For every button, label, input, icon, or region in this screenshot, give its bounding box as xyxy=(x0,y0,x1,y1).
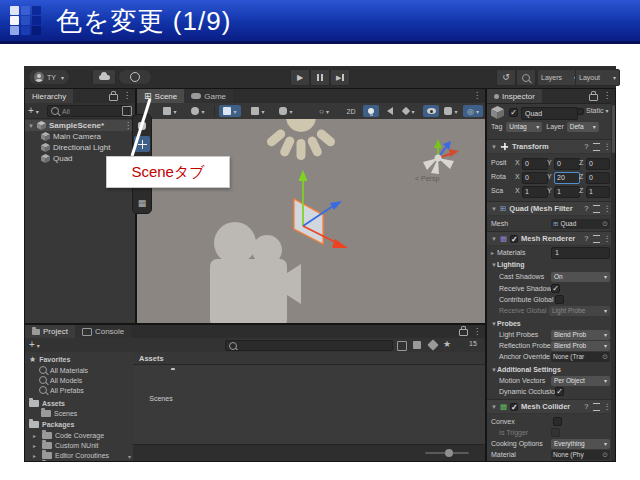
component-menu-icon[interactable]: ⋮ xyxy=(604,204,612,213)
audio-toggle[interactable] xyxy=(383,105,397,117)
create-asset-button[interactable]: + xyxy=(29,339,40,350)
favorites-star-icon[interactable]: ★ xyxy=(443,339,451,349)
services-button[interactable] xyxy=(118,69,152,85)
project-search-input[interactable] xyxy=(225,340,393,351)
tree-item-packages[interactable]: Packages xyxy=(25,419,133,429)
receive-gi-dropdown[interactable]: Light Probe xyxy=(549,306,610,316)
layout-dropdown[interactable]: Layout xyxy=(575,69,620,86)
foldout-icon[interactable]: ▼ xyxy=(491,404,497,410)
static-dropdown[interactable]: Static xyxy=(586,107,609,114)
tab-console[interactable]: Console xyxy=(75,325,131,338)
mesh-collider-header[interactable]: ▼ ▦ ✓ Mesh Collider ?⋮ xyxy=(487,399,615,414)
render-doc-dropdown[interactable]: ○ xyxy=(313,105,335,117)
tab-inspector[interactable]: Inspector xyxy=(487,89,542,103)
static-checkbox[interactable] xyxy=(577,108,584,115)
object-picker-icon[interactable]: ⊙ xyxy=(602,220,608,228)
tree-item-favorites[interactable]: ★ Favorites xyxy=(25,354,133,364)
object-picker-icon[interactable]: ⊙ xyxy=(602,462,608,463)
breadcrumb[interactable]: Assets xyxy=(133,352,485,365)
lock-icon[interactable] xyxy=(589,94,598,101)
help-icon[interactable]: ? xyxy=(584,402,588,411)
object-picker-icon[interactable]: ⊙ xyxy=(602,451,608,459)
receive-shadows-checkbox[interactable]: ✓ xyxy=(551,284,560,293)
camera-settings-dropdown[interactable] xyxy=(441,105,461,117)
scale-z-field[interactable]: 1 xyxy=(586,186,610,198)
effects-dropdown[interactable] xyxy=(399,105,419,117)
reflection-probes-dropdown[interactable]: Blend Prob xyxy=(551,341,610,351)
component-menu-icon[interactable]: ⋮ xyxy=(604,142,612,151)
foldout-icon[interactable]: ▼ xyxy=(491,236,497,242)
cloud-button[interactable] xyxy=(92,69,116,85)
search-button[interactable] xyxy=(516,69,536,86)
foldout-icon[interactable]: ▸ xyxy=(33,432,39,439)
preset-icon[interactable] xyxy=(593,143,600,151)
dynamic-occlusion-checkbox[interactable]: ✓ xyxy=(555,387,564,396)
overlay-dropdown[interactable] xyxy=(247,105,269,117)
help-icon[interactable]: ? xyxy=(584,234,588,243)
step-button[interactable]: ▶ xyxy=(330,69,350,86)
foldout-icon[interactable]: ▸ xyxy=(33,442,39,449)
panel-menu-icon[interactable]: ⋮ xyxy=(473,328,481,336)
scene-visibility-toggle[interactable] xyxy=(423,105,439,117)
rot-z-field[interactable]: 0 xyxy=(586,172,610,184)
tree-scroll-down-icon[interactable]: ▾ xyxy=(128,453,131,460)
preset-icon[interactable] xyxy=(593,205,600,213)
scale-y-field[interactable]: 1 xyxy=(554,186,580,198)
help-icon[interactable]: ? xyxy=(584,204,588,213)
panel-menu-icon[interactable]: ⋮ xyxy=(123,92,131,100)
help-icon[interactable]: ? xyxy=(584,142,588,151)
zoom-slider-knob[interactable] xyxy=(445,449,453,457)
motion-vectors-dropdown[interactable]: Per Object xyxy=(551,376,610,386)
hierarchy-search-input[interactable]: All xyxy=(47,105,129,117)
move-tool-button[interactable] xyxy=(134,136,150,152)
foldout-icon[interactable]: ▼ xyxy=(28,123,34,129)
mesh-renderer-header[interactable]: ▼ ▦ ✓ Mesh Renderer ?⋮ xyxy=(487,231,615,246)
history-button[interactable]: ↺ xyxy=(496,69,516,86)
tree-item-scenes[interactable]: Scenes xyxy=(25,408,133,418)
materials-count-field[interactable]: 1 xyxy=(551,247,610,259)
account-dropdown[interactable]: TY xyxy=(28,69,70,85)
scrollbar-thumb[interactable] xyxy=(612,105,615,153)
inspector-scrollbar[interactable] xyxy=(611,103,615,461)
gizmos-dropdown[interactable]: ◎ xyxy=(463,105,483,117)
component-enabled-checkbox[interactable]: ✓ xyxy=(510,235,518,243)
transform-header[interactable]: ▼ Transform ?⋮ xyxy=(487,139,615,154)
tab-scene[interactable]: ⊞ Scene xyxy=(137,89,184,103)
tab-project[interactable]: Project xyxy=(25,325,75,338)
lighting-toggle[interactable] xyxy=(363,105,379,117)
foldout-icon[interactable]: ▸ xyxy=(33,452,39,459)
component-enabled-checkbox[interactable]: ✓ xyxy=(510,403,518,411)
tree-item-editor-coroutines[interactable]: ▸ Editor Coroutines xyxy=(25,450,133,460)
tree-item-custom-nunit[interactable]: ▸ Custom NUnit xyxy=(25,440,133,450)
tree-item-jetbrains-rider[interactable]: ▸ JetBrains Rider Editor xyxy=(25,460,133,462)
foldout-icon[interactable]: ▼ xyxy=(491,206,497,212)
object-picker-icon[interactable]: ⊙ xyxy=(602,353,608,361)
quad-move-gizmo[interactable] xyxy=(277,164,367,259)
mesh-filter-header[interactable]: ▼ ⊞ Quad (Mesh Filter ?⋮ xyxy=(487,201,615,216)
physic-material-picker[interactable]: None (Phy ⊙ xyxy=(551,450,610,460)
2d-toggle[interactable]: 2D xyxy=(343,105,359,117)
anchor-override-picker[interactable]: None (Trar ⊙ xyxy=(551,352,610,362)
hierarchy-item-directional-light[interactable]: Directional Light xyxy=(25,142,135,153)
foldout-icon[interactable]: ▸ xyxy=(33,462,39,463)
pause-button[interactable] xyxy=(310,69,330,86)
pos-y-field[interactable]: 0 xyxy=(554,158,580,170)
pos-x-field[interactable]: 0 xyxy=(522,158,548,170)
scene-viewport[interactable]: < Persp xyxy=(137,119,485,323)
create-button[interactable]: + xyxy=(28,105,39,116)
grid-snap-toggle[interactable] xyxy=(219,105,241,117)
layer-dropdown[interactable]: Defa xyxy=(567,122,599,132)
tab-hierarchy[interactable]: Hierarchy xyxy=(25,89,73,103)
lock-icon[interactable] xyxy=(109,94,118,101)
convex-checkbox[interactable] xyxy=(553,417,562,426)
tree-item-all-materials[interactable]: All Materials xyxy=(25,365,133,375)
panel-menu-icon[interactable]: ⋮ xyxy=(473,92,481,100)
component-menu-icon[interactable]: ⋮ xyxy=(604,234,612,243)
open-in-search-icon[interactable] xyxy=(397,341,407,351)
foldout-icon[interactable]: ▼ xyxy=(491,144,497,150)
gameobject-cube-icon[interactable] xyxy=(491,106,504,119)
preset-icon[interactable] xyxy=(593,235,600,243)
contribute-gi-checkbox[interactable] xyxy=(555,295,564,304)
preset-icon[interactable] xyxy=(593,403,600,411)
tag-dropdown[interactable]: Untag xyxy=(506,122,542,132)
